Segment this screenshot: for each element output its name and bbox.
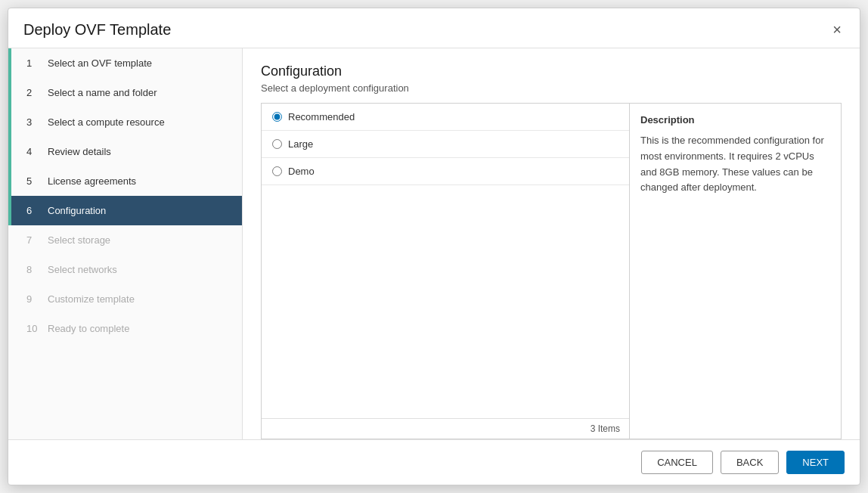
step-label-3: Review details (48, 146, 111, 157)
dialog-body: 1Select an OVF template2Select a name an… (8, 48, 860, 439)
option-label-recommended: Recommended (288, 111, 355, 122)
options-panel: RecommendedLargeDemo 3 Items (261, 103, 630, 439)
step-label-8: Customize template (48, 293, 135, 305)
option-item-demo[interactable]: Demo (262, 158, 629, 185)
step-label-7: Select networks (48, 264, 117, 275)
option-item-recommended[interactable]: Recommended (262, 104, 629, 131)
sidebar: 1Select an OVF template2Select a name an… (8, 48, 243, 439)
main-content: Configuration Select a deployment config… (243, 48, 860, 439)
step-label-6: Select storage (48, 234, 110, 246)
content-title: Configuration (261, 64, 842, 79)
step-label-0: Select an OVF template (48, 57, 152, 69)
step-label-2: Select a compute resource (48, 116, 165, 128)
radio-demo[interactable] (272, 166, 282, 176)
sidebar-item-5[interactable]: 6Configuration (8, 196, 242, 225)
sidebar-item-4[interactable]: 5License agreements (8, 166, 242, 196)
radio-large[interactable] (272, 139, 282, 149)
step-num-8: 9 (26, 293, 40, 305)
step-label-4: License agreements (48, 175, 136, 187)
sidebar-item-3[interactable]: 4Review details (8, 137, 242, 166)
content-area: RecommendedLargeDemo 3 Items Description… (243, 103, 860, 439)
close-button[interactable]: × (829, 20, 845, 39)
option-label-large: Large (288, 138, 313, 150)
cancel-button[interactable]: CANCEL (641, 451, 713, 474)
step-num-0: 1 (26, 57, 40, 69)
step-num-5: 6 (26, 205, 40, 216)
step-num-2: 3 (26, 116, 40, 128)
dialog-header: Deploy OVF Template × (8, 8, 860, 48)
step-num-9: 10 (26, 323, 40, 334)
step-label-1: Select a name and folder (48, 87, 157, 98)
step-label-9: Ready to complete (48, 323, 129, 334)
sidebar-item-6: 7Select storage (8, 225, 242, 255)
step-num-1: 2 (26, 87, 40, 98)
sidebar-item-7: 8Select networks (8, 255, 242, 284)
option-label-demo: Demo (288, 166, 315, 177)
description-panel: Description This is the recommended conf… (630, 103, 842, 439)
sidebar-item-1[interactable]: 2Select a name and folder (8, 78, 242, 107)
items-count: 3 Items (262, 418, 629, 439)
content-subtitle: Select a deployment configuration (261, 82, 842, 94)
content-header: Configuration Select a deployment config… (243, 48, 860, 103)
option-item-large[interactable]: Large (262, 131, 629, 158)
step-num-7: 8 (26, 264, 40, 275)
deploy-ovf-dialog: Deploy OVF Template × 1Select an OVF tem… (8, 8, 860, 485)
dialog-title: Deploy OVF Template (23, 21, 171, 39)
radio-recommended[interactable] (272, 112, 282, 122)
step-num-6: 7 (26, 234, 40, 246)
step-num-3: 4 (26, 146, 40, 157)
next-button[interactable]: NEXT (786, 451, 845, 474)
sidebar-item-9: 10Ready to complete (8, 314, 242, 343)
sidebar-item-8: 9Customize template (8, 284, 242, 314)
description-title: Description (640, 114, 830, 126)
sidebar-item-2[interactable]: 3Select a compute resource (8, 107, 242, 137)
back-button[interactable]: BACK (721, 451, 779, 474)
description-text: This is the recommended configuration fo… (640, 133, 830, 196)
sidebar-item-0[interactable]: 1Select an OVF template (8, 48, 242, 78)
step-num-4: 5 (26, 175, 40, 187)
dialog-footer: CANCEL BACK NEXT (8, 439, 860, 485)
step-label-5: Configuration (48, 205, 106, 216)
